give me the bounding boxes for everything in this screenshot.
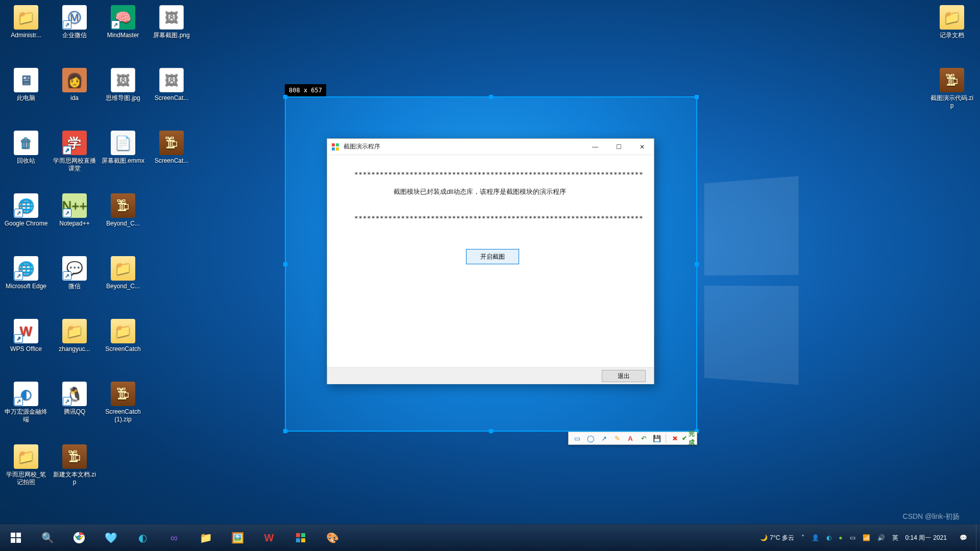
screenshot-selection[interactable]: 808 x 657 截图演示程序 — ☐ ✕ *****************…: [285, 96, 697, 432]
tray-icon-3[interactable]: ●: [835, 524, 846, 551]
snip-toolbar: ▭ ◯ ↗ ✎ A ↶ 💾 ✖ ✔ 完成: [568, 432, 697, 445]
tray-volume-icon[interactable]: 🔊: [874, 524, 889, 551]
desktop-icon-24[interactable]: 📁学而思网校_笔记拍照: [3, 444, 49, 486]
tray-icon-2[interactable]: ◐: [823, 524, 835, 551]
desktop-icon-15[interactable]: 🌐Microsoft Edge: [3, 256, 49, 290]
chrome-icon: 🌐: [14, 193, 38, 218]
desktop-icon-22[interactable]: 🐧腾讯QQ: [52, 382, 97, 416]
qq-icon: 🐧: [62, 382, 87, 406]
desktop-icon-11[interactable]: 🗜ScreenCat...: [149, 131, 194, 165]
resize-handle-ml[interactable]: [283, 262, 287, 266]
resize-handle-tl[interactable]: [283, 95, 287, 99]
svg-rect-5: [16, 533, 21, 537]
desktop-icon-25[interactable]: 🗜新建文本文档.zip: [52, 444, 97, 486]
taskbar-app1-icon[interactable]: 🩵: [95, 524, 127, 552]
desktop-icon-0[interactable]: 📁Administr...: [3, 5, 49, 39]
tool-save-icon[interactable]: 💾: [651, 433, 663, 444]
blue-icon: ◐: [14, 382, 38, 406]
start-capture-button[interactable]: 开启截图: [466, 249, 519, 264]
desktop-icon-label: 屏幕截图.png: [149, 32, 194, 39]
taskbar-explorer-icon[interactable]: 📁: [190, 524, 222, 552]
desktop-icon-1[interactable]: Ⓜ企业微信: [52, 5, 97, 39]
desktop-icon-label: Notepad++: [52, 220, 97, 228]
desktop-icon-19[interactable]: 📁zhangyuc...: [52, 319, 97, 353]
desktop-icon-8[interactable]: 🗑回收站: [3, 131, 49, 165]
desktop-icon-16[interactable]: 💬微信: [52, 256, 97, 290]
desktop-icon-3[interactable]: 🖼屏幕截图.png: [149, 5, 194, 39]
desktop-icon-label: 新建文本文档.zip: [52, 471, 97, 486]
desktop-icon-label: Beyond_C...: [100, 220, 146, 228]
taskbar-paint-icon[interactable]: 🎨: [316, 524, 348, 552]
tray-battery-icon[interactable]: ▭: [846, 524, 859, 551]
taskbar-app2-icon[interactable]: ◐: [127, 524, 158, 552]
taskbar-app3-icon[interactable]: 🖼️: [222, 524, 253, 552]
tool-pen-icon[interactable]: ✎: [611, 433, 623, 444]
taskbar-wps-icon[interactable]: W: [253, 524, 285, 552]
edge-icon: 🌐: [14, 256, 38, 281]
tool-text-icon[interactable]: A: [625, 433, 636, 444]
minimize-button[interactable]: —: [583, 139, 607, 155]
tool-arrow-icon[interactable]: ↗: [598, 433, 609, 444]
desktop-icon-4[interactable]: 🖥此电脑: [3, 68, 49, 102]
tool-rect-icon[interactable]: ▭: [572, 433, 583, 444]
desktop-icon-26[interactable]: 📁记录文档: [929, 5, 975, 39]
desktop-icon-14[interactable]: 🗜Beyond_C...: [100, 193, 146, 228]
desktop-icon-label: Google Chrome: [3, 220, 49, 228]
svg-rect-12: [296, 538, 300, 542]
desktop-icon-label: Beyond_C...: [100, 283, 146, 290]
tray-wifi-icon[interactable]: 📶: [859, 524, 874, 551]
xes-icon: 学: [62, 131, 87, 155]
desktop-icon-label: zhangyuc...: [52, 345, 97, 353]
show-desktop-button[interactable]: [976, 524, 980, 551]
text-icon: 📄: [111, 131, 135, 155]
resize-handle-mr[interactable]: [695, 262, 699, 266]
desktop-icon-17[interactable]: 📁Beyond_C...: [100, 256, 146, 290]
tool-ellipse-icon[interactable]: ◯: [585, 433, 596, 444]
action-center-button[interactable]: 💬: [950, 524, 976, 551]
desktop-icon-10[interactable]: 📄屏幕截图.emmx: [100, 131, 146, 165]
desktop-icon-27[interactable]: 🗜截图演示代码.zip: [929, 68, 975, 110]
folder-icon: 📁: [940, 5, 964, 30]
tool-undo-icon[interactable]: ↶: [638, 433, 649, 444]
desktop-icon-13[interactable]: N++Notepad++: [52, 193, 97, 228]
taskbar-chrome-icon[interactable]: [63, 524, 95, 552]
desktop-icon-21[interactable]: ◐申万宏源金融终端: [3, 382, 49, 423]
exit-button[interactable]: 退出: [602, 370, 646, 382]
svg-rect-3: [336, 147, 339, 151]
folder-icon: 📁: [14, 5, 38, 30]
desktop-icon-6[interactable]: 🖼思维导图.jpg: [100, 68, 146, 102]
tray-icon-1[interactable]: 👤: [808, 524, 823, 551]
svg-rect-1: [336, 143, 339, 146]
desktop-icon-18[interactable]: WWPS Office: [3, 319, 49, 353]
desktop-icon-5[interactable]: 👩ida: [52, 68, 97, 102]
tool-done-button[interactable]: ✔ 完成: [682, 433, 694, 444]
taskbar-screenshot-app-icon[interactable]: [285, 524, 316, 552]
taskbar-visualstudio-icon[interactable]: ∞: [158, 524, 190, 552]
maximize-button[interactable]: ☐: [607, 139, 630, 155]
desktop-icon-2[interactable]: 🧠MindMaster: [100, 5, 146, 39]
resize-handle-tm[interactable]: [489, 95, 493, 99]
tray-overflow-button[interactable]: ˄: [798, 524, 808, 551]
desktop-icon-label: 屏幕截图.emmx: [100, 157, 146, 165]
search-button[interactable]: 🔍: [32, 524, 63, 552]
weather-widget[interactable]: 🌙 7°C 多云: [756, 524, 798, 551]
tray-ime-indicator[interactable]: 英: [889, 524, 902, 551]
tool-cancel-icon[interactable]: ✖: [669, 433, 680, 444]
csdn-watermark: CSDN @link-初扬: [903, 512, 960, 521]
resize-handle-bm[interactable]: [489, 429, 493, 433]
resize-handle-bl[interactable]: [283, 429, 287, 433]
taskbar-clock[interactable]: 0:14 周一 2021: [902, 524, 950, 551]
wps-icon: W: [14, 319, 38, 343]
svg-rect-11: [301, 533, 305, 537]
titlebar[interactable]: 截图演示程序 — ☐ ✕: [327, 139, 654, 155]
desktop-icon-23[interactable]: 🗜ScreenCatch (1).zip: [100, 382, 146, 423]
desktop-icon-20[interactable]: 📁ScreenCatch: [100, 319, 146, 353]
desktop-icon-9[interactable]: 学学而思网校直播课堂: [52, 131, 97, 172]
close-button[interactable]: ✕: [630, 139, 654, 155]
desktop-icon-7[interactable]: 🖼ScreenCat...: [149, 68, 194, 102]
start-button[interactable]: [0, 524, 32, 552]
resize-handle-tr[interactable]: [695, 95, 699, 99]
desktop-icon-12[interactable]: 🌐Google Chrome: [3, 193, 49, 228]
weather-icon: 🌙: [760, 534, 768, 541]
desktop-icon-label: 回收站: [3, 157, 49, 165]
